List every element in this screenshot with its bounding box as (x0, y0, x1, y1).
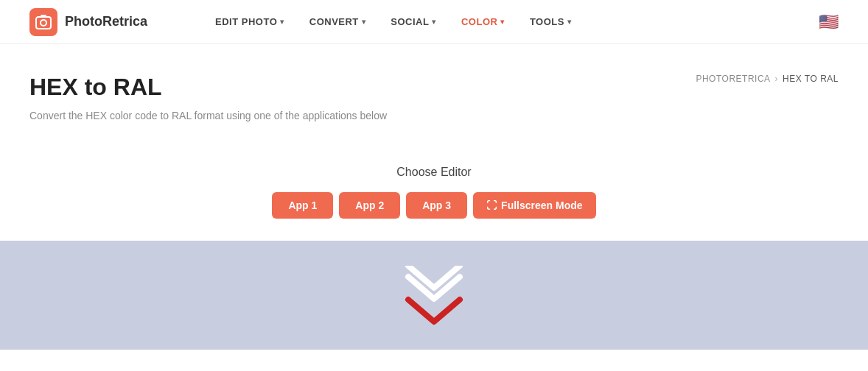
editor-section: Choose Editor App 1 App 2 App 3 ⛶ Fullsc… (29, 151, 839, 241)
breadcrumb-current: HEX TO RAL (783, 74, 839, 84)
main-nav: EDIT PHOTO ▾ CONVERT ▾ SOCIAL ▾ COLOR ▾ … (206, 10, 819, 33)
choose-editor-label: Choose Editor (396, 166, 471, 179)
breadcrumb: PHOTORETRICA › HEX TO RAL (696, 74, 839, 84)
editor-buttons: App 1 App 2 App 3 ⛶ Fullscreen Mode (272, 192, 595, 219)
preview-area (0, 241, 868, 350)
breadcrumb-home[interactable]: PHOTORETRICA (696, 74, 770, 84)
page-subtitle: Convert the HEX color code to RAL format… (29, 110, 839, 121)
app1-button[interactable]: App 1 (272, 192, 333, 219)
nav-color[interactable]: COLOR ▾ (452, 10, 514, 33)
chevron-red-bottom (401, 296, 467, 325)
fullscreen-button[interactable]: ⛶ Fullscreen Mode (473, 192, 595, 219)
breadcrumb-separator: › (775, 74, 779, 84)
svg-point-1 (41, 20, 46, 26)
chevron-down-icon: ▾ (362, 18, 366, 26)
logo[interactable]: PhotoRetrica (29, 8, 147, 36)
app3-button[interactable]: App 3 (406, 192, 467, 219)
main-content: PHOTORETRICA › HEX TO RAL HEX to RAL Con… (0, 44, 868, 241)
svg-rect-0 (36, 17, 51, 29)
fullscreen-icon: ⛶ (486, 199, 497, 211)
chevron-down-icon: ▾ (432, 18, 436, 26)
logo-text: PhotoRetrica (65, 14, 147, 29)
nav-edit-photo[interactable]: EDIT PHOTO ▾ (206, 10, 293, 33)
logo-icon (29, 8, 57, 36)
nav-social[interactable]: SOCIAL ▾ (382, 10, 445, 33)
svg-rect-2 (41, 15, 46, 18)
chevrons-animation (401, 266, 467, 325)
chevron-down-icon: ▾ (280, 18, 284, 26)
nav-tools[interactable]: TOOLS ▾ (521, 10, 581, 33)
app2-button[interactable]: App 2 (339, 192, 400, 219)
chevron-down-icon: ▾ (567, 18, 572, 26)
language-flag[interactable]: 🇺🇸 (819, 13, 839, 32)
nav-convert[interactable]: CONVERT ▾ (301, 10, 375, 33)
chevron-down-icon: ▾ (500, 18, 505, 26)
